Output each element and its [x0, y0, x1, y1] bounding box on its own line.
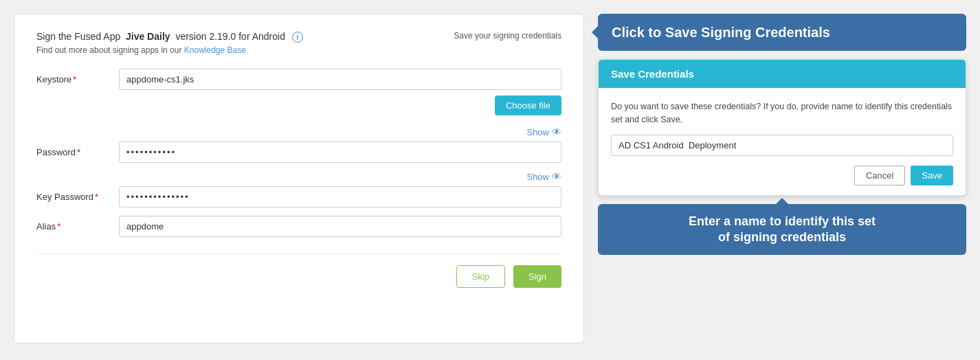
sign-title-prefix: Sign the Fused App [36, 31, 120, 42]
key-password-row: Key Password* [36, 186, 561, 207]
keystore-label: Keystore* [36, 69, 119, 85]
skip-button[interactable]: Skip [456, 265, 505, 288]
eye-icon-password: 👁 [552, 171, 561, 182]
credentials-name-input[interactable] [611, 135, 953, 156]
info-icon[interactable]: i [292, 32, 303, 43]
app-name: Jive Daily [126, 31, 170, 42]
eye-icon-keystore: 👁 [552, 126, 561, 137]
right-panel: Click to Save Signing Credentials Save C… [598, 14, 966, 255]
key-password-label: Key Password* [36, 186, 119, 202]
alias-label: Alias* [36, 216, 119, 232]
keystore-input[interactable] [119, 69, 561, 90]
show-label-password: Show [526, 172, 549, 182]
callout-top: Click to Save Signing Credentials [598, 14, 966, 51]
show-label-keystore: Show [526, 127, 549, 137]
main-container: Sign the Fused App Jive Daily version 2.… [14, 14, 966, 346]
knowledge-base-link[interactable]: Knowledge Base [184, 45, 246, 55]
key-password-input[interactable] [119, 186, 561, 207]
modal-description: Do you want to save these credentials? I… [611, 100, 953, 126]
save-credentials-modal: Save Credentials Do you want to save the… [598, 59, 966, 196]
sign-panel: Sign the Fused App Jive Daily version 2.… [14, 14, 584, 344]
sign-title-version: version 2.19.0 for Android [175, 31, 285, 42]
sign-subtitle: Find out more about signing apps in our … [36, 45, 561, 55]
modal-body: Do you want to save these credentials? I… [599, 88, 966, 195]
password-show-row: Show 👁 [36, 171, 561, 182]
choose-file-row: Choose file [119, 95, 561, 115]
password-input-area [119, 142, 561, 163]
form-section: Keystore* Choose file Show 👁 [36, 69, 561, 237]
form-actions: Skip Sign [36, 254, 561, 288]
callout-bottom: Enter a name to identify this setof sign… [598, 204, 966, 256]
keystore-row: Keystore* Choose file [36, 69, 561, 118]
keystore-show-link[interactable]: Show 👁 [526, 126, 561, 137]
modal-actions: Cancel Save [611, 166, 953, 185]
password-show-link[interactable]: Show 👁 [526, 171, 561, 182]
modal-header: Save Credentials [599, 60, 966, 88]
save-button[interactable]: Save [911, 166, 953, 185]
cancel-button[interactable]: Cancel [854, 166, 905, 185]
alias-input[interactable] [119, 216, 561, 237]
subtitle-prefix: Find out more about signing apps in our [36, 45, 184, 55]
alias-input-area [119, 216, 561, 237]
key-password-input-area [119, 186, 561, 207]
sign-button[interactable]: Sign [513, 265, 561, 288]
password-input[interactable] [119, 142, 561, 163]
password-row: Password* [36, 142, 561, 163]
password-label: Password* [36, 142, 119, 157]
alias-row: Alias* [36, 216, 561, 237]
choose-file-button[interactable]: Choose file [495, 95, 561, 115]
keystore-show-row: Show 👁 [36, 126, 561, 137]
save-credentials-link[interactable]: Save your signing credentials [454, 31, 561, 41]
keystore-input-area: Choose file [119, 69, 561, 118]
